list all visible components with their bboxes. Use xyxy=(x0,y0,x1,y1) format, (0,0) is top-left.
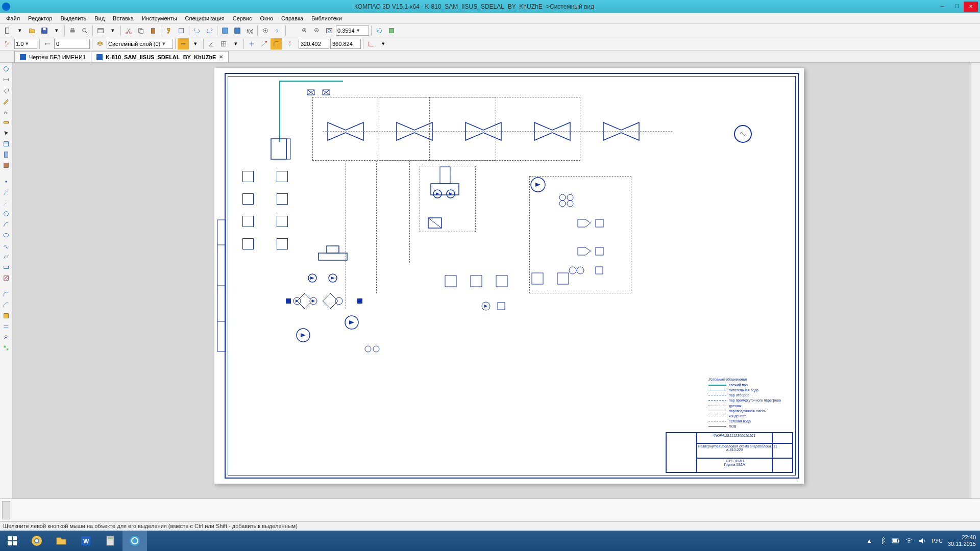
properties2-button[interactable] xyxy=(176,25,187,36)
close-button[interactable]: ✕ xyxy=(964,2,978,12)
spec-tool[interactable] xyxy=(1,139,11,149)
equidist-tool[interactable] xyxy=(1,321,11,332)
geometry-tool[interactable] xyxy=(1,64,11,74)
spline-tool[interactable] xyxy=(1,241,11,251)
arc-tool[interactable] xyxy=(1,219,11,230)
menu-select[interactable]: Выделить xyxy=(56,14,90,22)
aux-line-tool[interactable] xyxy=(1,198,11,208)
chamfer-tool[interactable] xyxy=(1,300,11,310)
fillet-tool[interactable] xyxy=(1,289,11,299)
lcs-dropdown[interactable]: ▾ xyxy=(378,38,389,49)
taskbar-calc[interactable] xyxy=(98,531,122,551)
tab-close-icon[interactable]: ✕ xyxy=(219,54,223,60)
minimize-button[interactable]: ─ xyxy=(935,2,949,12)
tray-wifi-icon[interactable] xyxy=(905,537,913,545)
save-button[interactable] xyxy=(39,25,50,36)
menu-libraries[interactable]: Библиотеки xyxy=(307,14,346,22)
tab-k810[interactable]: K-810_SAM_IISUS_SDELAL_BY_KhUZhE ✕ xyxy=(91,51,229,62)
print-button[interactable] xyxy=(67,25,78,36)
drawing-page[interactable]: Условные обозначения свежий пар питатель… xyxy=(214,68,804,484)
taskbar-word[interactable]: W xyxy=(74,531,98,551)
tray-battery-icon[interactable] xyxy=(892,537,900,545)
param-tool[interactable]: A xyxy=(1,107,11,117)
taskbar-clock[interactable]: 22:40 30.11.2015 xyxy=(948,534,976,547)
new-button[interactable] xyxy=(2,25,13,36)
snap-angle-button[interactable] xyxy=(206,38,217,49)
step-input[interactable] xyxy=(54,39,90,49)
menu-insert[interactable]: Вставка xyxy=(109,14,138,22)
new-dropdown[interactable]: ▾ xyxy=(14,25,26,36)
style-button[interactable] xyxy=(178,38,189,49)
menu-service[interactable]: Сервис xyxy=(229,14,256,22)
scale-icon[interactable] xyxy=(2,38,13,49)
ortho-button[interactable] xyxy=(246,38,257,49)
style-dropdown[interactable]: ▾ xyxy=(190,38,201,49)
round-button[interactable] xyxy=(271,38,282,49)
undo-button[interactable] xyxy=(191,25,203,36)
point-tool[interactable] xyxy=(1,177,11,187)
help-button[interactable]: ? xyxy=(272,25,283,36)
preview-button[interactable] xyxy=(79,25,90,36)
measure-tool[interactable] xyxy=(1,117,11,128)
redo-button[interactable] xyxy=(204,25,215,36)
open-button[interactable] xyxy=(27,25,38,36)
tree-button[interactable] xyxy=(232,25,243,36)
tab-drawing-unnamed[interactable]: Чертеж БЕЗ ИМЕНИ1 xyxy=(14,51,91,62)
layer-icon[interactable] xyxy=(94,38,106,49)
menu-spec[interactable]: Спецификация xyxy=(181,14,229,22)
menu-file[interactable]: Файл xyxy=(2,14,24,22)
properties-button[interactable] xyxy=(95,25,106,36)
lcs-button[interactable] xyxy=(365,38,377,49)
menu-help[interactable]: Справка xyxy=(277,14,307,22)
menu-tools[interactable]: Инструменты xyxy=(138,14,181,22)
snap-button[interactable] xyxy=(258,38,270,49)
start-button[interactable] xyxy=(0,531,24,551)
menu-view[interactable]: Вид xyxy=(90,14,109,22)
tray-bluetooth-icon[interactable] xyxy=(878,537,887,545)
manager-button[interactable] xyxy=(219,25,231,36)
line-tool[interactable] xyxy=(1,187,11,197)
label-tool[interactable] xyxy=(1,85,11,95)
edit-tool[interactable] xyxy=(1,96,11,106)
tray-up-icon[interactable]: ▲ xyxy=(865,537,873,545)
format-painter-button[interactable] xyxy=(163,25,175,36)
paste-button[interactable] xyxy=(148,25,159,36)
language-indicator[interactable]: РУС xyxy=(932,538,943,544)
ellipse-tool[interactable] xyxy=(1,230,11,240)
taskbar-explorer[interactable] xyxy=(49,531,74,551)
zoom-in-button[interactable] xyxy=(299,25,310,36)
rect-tool[interactable] xyxy=(1,262,11,272)
select-tool[interactable] xyxy=(1,128,11,138)
layer-combo[interactable]: Системный слой (0)▾ xyxy=(107,39,173,49)
grid-dropdown[interactable]: ▾ xyxy=(230,38,241,49)
grid-button[interactable] xyxy=(218,38,229,49)
scale-combo[interactable]: 1.0▾ xyxy=(14,39,37,49)
settings-button[interactable] xyxy=(260,25,271,36)
properties-dropdown[interactable]: ▾ xyxy=(107,25,118,36)
menu-window[interactable]: Окно xyxy=(256,14,277,22)
vertical-scrollbar[interactable] xyxy=(971,63,980,511)
collect-tool[interactable] xyxy=(1,311,11,321)
menu-editor[interactable]: Редактор xyxy=(24,14,56,22)
taskbar-chrome[interactable] xyxy=(24,531,49,551)
refresh-button[interactable] xyxy=(374,25,385,36)
maximize-button[interactable]: ☐ xyxy=(949,2,964,12)
copy-button[interactable] xyxy=(135,25,146,36)
rebuild-button[interactable] xyxy=(386,25,397,36)
insert-tool[interactable] xyxy=(1,160,11,170)
save-dropdown[interactable]: ▾ xyxy=(51,25,62,36)
copy-curve-tool[interactable] xyxy=(1,332,11,342)
hatch-tool[interactable] xyxy=(1,273,11,283)
report-tool[interactable] xyxy=(1,149,11,160)
circle-tool[interactable] xyxy=(1,209,11,219)
taskbar-kompas[interactable] xyxy=(122,531,147,551)
assembly-tool[interactable] xyxy=(1,343,11,353)
step-icon[interactable] xyxy=(42,38,53,49)
zoom-out-button[interactable] xyxy=(311,25,323,36)
zoom-combo[interactable]: 0.3594▾ xyxy=(336,26,369,36)
dimension-tool[interactable] xyxy=(1,74,11,85)
tray-volume-icon[interactable] xyxy=(918,537,926,545)
variables-button[interactable]: f(x) xyxy=(244,25,255,36)
property-panel-handle[interactable] xyxy=(2,501,10,519)
zoom-fit-button[interactable] xyxy=(324,25,335,36)
